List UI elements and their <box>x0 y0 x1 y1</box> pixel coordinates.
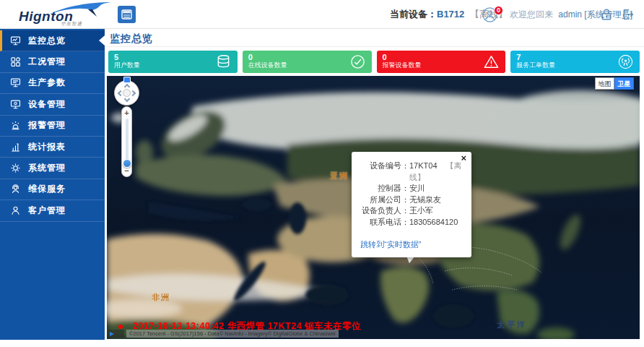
sidebar-item-label: 设备管理 <box>28 98 66 111</box>
grid-icon <box>10 56 21 67</box>
popup-row-controller: 控制器： 安川 <box>357 183 466 194</box>
map-label-africa: 非洲 <box>152 292 170 303</box>
sidebar-item-label: 系统管理 <box>28 162 66 174</box>
stat-value: 0 <box>248 53 366 61</box>
attribution-text: ©2017 Tencent - GS(2017)156 - Data© NavI… <box>126 330 339 338</box>
map-type-switch: 地图 卫星 <box>595 77 634 90</box>
popup-value: 王小军 <box>409 205 466 217</box>
monitor-chart-icon <box>10 35 21 46</box>
pan-right-icon[interactable] <box>130 90 136 96</box>
popup-value: 无锡泉友 <box>409 194 466 206</box>
sidebar-item-customer-mgmt[interactable]: 客户管理 <box>0 200 105 221</box>
sidebar-item-label: 客户管理 <box>28 205 66 217</box>
sidebar-item-device-mgmt[interactable]: 设备管理 <box>0 94 105 115</box>
popup-row-company: 所属公司： 无锡泉友 <box>357 194 466 206</box>
database-icon <box>215 53 232 70</box>
stat-label: 在线设备数量 <box>248 61 366 69</box>
zoom-out-button[interactable]: − <box>122 166 131 175</box>
sidebar-item-maintenance-service[interactable]: 维保服务 <box>0 179 105 200</box>
map-type-map-button[interactable]: 地图 <box>595 77 614 90</box>
map-attribution: ©2017 Tencent - GS(2017)156 - Data© NavI… <box>108 330 339 338</box>
welcome-text: 欢迎您回来 <box>510 9 553 20</box>
signal-icon <box>617 53 634 70</box>
sidebar-nav: 监控总览 工况管理 生产参数 设备管理 报警管理 统计报表 <box>0 29 105 340</box>
pan-down-icon[interactable] <box>124 96 130 102</box>
top-header: Hignton 华辰智通 当前设备：B1712 【离线】 0 欢迎您回来 adm… <box>0 0 644 29</box>
popup-row-phone: 联系电话： 18305684120 <box>357 217 466 228</box>
stat-cards-row: 5 用户数量 0 在线设备数量 0 报警设备数量 7 服务工单数量 <box>108 51 640 73</box>
zoom-in-button[interactable]: + <box>122 108 131 117</box>
welcome-message: 欢迎您回来 admin [系统管理员] <box>510 0 632 29</box>
check-circle-icon <box>349 53 366 70</box>
map-provider-logo <box>108 330 124 338</box>
current-device-label: 当前设备： <box>390 9 437 20</box>
popup-row-device-id: 设备编号： 17KT04【离线】 <box>357 160 466 183</box>
headset-person-icon <box>10 184 21 194</box>
monitor-lines-icon <box>10 77 21 88</box>
person-icon <box>10 205 21 216</box>
lock-icon[interactable] <box>600 8 613 21</box>
sidebar-item-system-mgmt[interactable]: 系统管理 <box>0 158 105 179</box>
logout-icon[interactable] <box>621 8 634 21</box>
stat-label: 服务工单数量 <box>516 61 634 69</box>
close-icon[interactable]: × <box>461 153 466 163</box>
stat-label: 报警设备数量 <box>383 61 500 69</box>
sidebar-item-label: 生产参数 <box>28 77 66 89</box>
gear-icon <box>10 163 21 174</box>
sidebar-item-label: 监控总览 <box>28 35 66 47</box>
realtime-data-link[interactable]: 跳转到“实时数据” <box>360 239 466 250</box>
stat-card-alarm-devices[interactable]: 0 报警设备数量 <box>377 51 506 73</box>
map-type-satellite-button[interactable]: 卫星 <box>614 77 634 90</box>
stat-card-users[interactable]: 5 用户数量 <box>108 51 238 73</box>
provider-logo-icon <box>110 332 114 336</box>
sidebar-toggle-button[interactable] <box>118 6 136 23</box>
popup-value: 17KT04【离线】 <box>409 160 466 183</box>
sidebar-item-label: 工况管理 <box>28 56 66 68</box>
stat-value: 5 <box>114 53 232 61</box>
map-label-pacific: 太平洋 <box>497 320 527 330</box>
notification-badge[interactable]: 0 <box>494 6 503 15</box>
sidebar-item-alarm-mgmt[interactable]: 报警管理 <box>0 116 105 137</box>
sidebar-item-condition-mgmt[interactable]: 工况管理 <box>0 51 105 72</box>
overview-map-toggle[interactable] <box>123 77 131 83</box>
title-divider <box>105 46 644 47</box>
brand-logo: Hignton 华辰智通 <box>19 2 105 28</box>
sidebar-item-monitor-overview[interactable]: 监控总览 <box>0 30 105 51</box>
stat-card-online-devices[interactable]: 0 在线设备数量 <box>243 51 372 73</box>
popup-label: 控制器： <box>357 183 409 194</box>
list-icon <box>121 9 132 20</box>
map-zoom-slider[interactable]: + − <box>121 106 132 177</box>
alarm-siren-icon <box>10 120 21 131</box>
sidebar-item-label: 报警管理 <box>28 119 66 132</box>
popup-row-owner: 设备负责人： 王小军 <box>357 205 466 217</box>
popup-value: 安川 <box>409 183 466 194</box>
warning-triangle-icon <box>483 53 500 70</box>
map-pan-control[interactable] <box>114 80 139 106</box>
page-title: 监控总览 <box>110 33 153 46</box>
bar-chart-icon <box>10 142 21 153</box>
stat-card-work-orders[interactable]: 7 服务工单数量 <box>510 51 640 73</box>
popup-value: 18305684120 <box>409 217 466 228</box>
pan-center-button[interactable] <box>123 89 131 97</box>
world-map[interactable]: 中 国 亚洲 非洲 太平洋 + − 地图 卫星 × 设备编号： 17KT04【离… <box>107 76 640 339</box>
sidebar-item-label: 维保服务 <box>28 183 66 195</box>
sidebar-item-production-params[interactable]: 生产参数 <box>0 73 105 94</box>
map-label-asia: 亚洲 <box>330 171 349 181</box>
sidebar-item-statistics[interactable]: 统计报表 <box>0 137 105 158</box>
popup-label: 联系电话： <box>357 217 409 228</box>
popup-label: 所属公司： <box>357 194 409 206</box>
active-item-arrow <box>99 35 105 46</box>
stat-value: 7 <box>516 53 634 61</box>
alert-dot-icon <box>118 325 123 329</box>
logo-subtext: 华辰智通 <box>61 21 82 27</box>
device-info-popup: × 设备编号： 17KT04【离线】 控制器： 安川 所属公司： 无锡泉友 设备… <box>352 152 471 257</box>
current-device-value: B1712 <box>437 9 464 20</box>
stat-label: 用户数量 <box>114 61 232 69</box>
popup-label: 设备负责人： <box>357 205 409 217</box>
popup-label: 设备编号： <box>357 160 409 183</box>
sidebar-item-label: 统计报表 <box>28 141 66 153</box>
stat-value: 0 <box>383 53 500 61</box>
monitor-device-icon <box>10 99 21 110</box>
